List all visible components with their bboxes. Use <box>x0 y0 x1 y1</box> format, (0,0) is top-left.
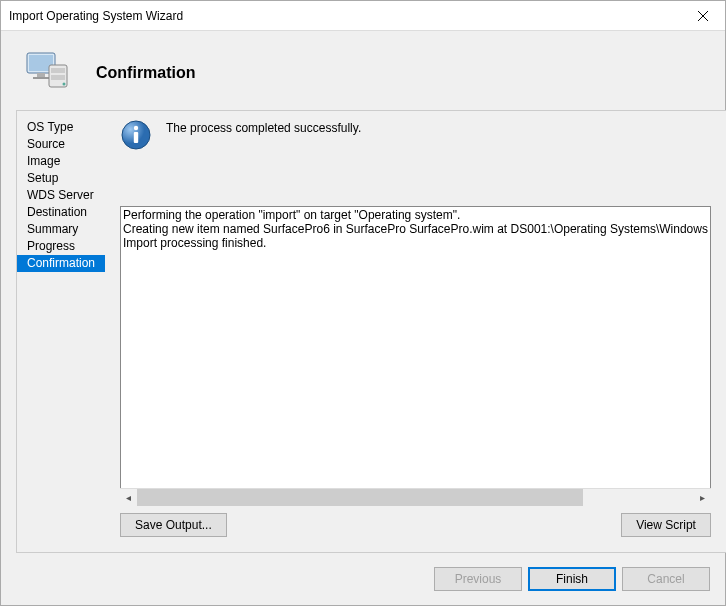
close-icon <box>698 11 708 21</box>
horizontal-scrollbar[interactable]: ◂ ▸ <box>120 488 711 505</box>
step-sidebar: OS TypeSourceImageSetupWDS ServerDestina… <box>16 110 105 553</box>
svg-rect-5 <box>33 77 49 79</box>
sidebar-step-7[interactable]: Progress <box>17 238 105 255</box>
svg-rect-8 <box>51 75 65 80</box>
page-title: Confirmation <box>96 64 196 82</box>
scroll-track[interactable] <box>137 489 694 506</box>
scroll-thumb[interactable] <box>137 489 583 506</box>
svg-rect-12 <box>134 132 138 143</box>
view-script-button[interactable]: View Script <box>621 513 711 537</box>
sidebar-step-1[interactable]: Source <box>17 136 105 153</box>
status-message: The process completed successfully. <box>166 119 361 135</box>
header: Confirmation <box>1 31 725 110</box>
content-panel: The process completed successfully. Perf… <box>105 110 726 553</box>
sidebar-step-0[interactable]: OS Type <box>17 119 105 136</box>
svg-rect-7 <box>51 68 65 73</box>
scroll-left-arrow[interactable]: ◂ <box>120 489 137 506</box>
titlebar: Import Operating System Wizard <box>1 1 725 31</box>
sidebar-step-2[interactable]: Image <box>17 153 105 170</box>
wizard-icon <box>21 51 71 95</box>
log-line: Import processing finished. <box>123 236 708 250</box>
sidebar-step-8[interactable]: Confirmation <box>17 255 105 272</box>
wizard-window: Import Operating System Wizard Confirmat… <box>0 0 726 606</box>
cancel-button: Cancel <box>622 567 710 591</box>
sidebar-step-4[interactable]: WDS Server <box>17 187 105 204</box>
footer: Previous Finish Cancel <box>1 553 725 605</box>
scroll-right-arrow[interactable]: ▸ <box>694 489 711 506</box>
log-line: Performing the operation "import" on tar… <box>123 208 708 222</box>
save-output-button[interactable]: Save Output... <box>120 513 227 537</box>
log-line: Creating new item named SurfacePro6 in S… <box>123 222 708 236</box>
previous-button: Previous <box>434 567 522 591</box>
sidebar-step-6[interactable]: Summary <box>17 221 105 238</box>
sidebar-step-5[interactable]: Destination <box>17 204 105 221</box>
status-row: The process completed successfully. <box>120 119 711 151</box>
main-area: OS TypeSourceImageSetupWDS ServerDestina… <box>1 110 725 553</box>
close-button[interactable] <box>680 1 725 30</box>
svg-rect-4 <box>37 73 45 77</box>
log-output[interactable]: Performing the operation "import" on tar… <box>120 206 711 505</box>
window-title: Import Operating System Wizard <box>9 9 183 23</box>
action-row: Save Output... View Script <box>120 513 711 537</box>
svg-point-11 <box>134 126 138 130</box>
finish-button[interactable]: Finish <box>528 567 616 591</box>
info-icon <box>120 119 152 151</box>
svg-point-9 <box>63 83 66 86</box>
sidebar-step-3[interactable]: Setup <box>17 170 105 187</box>
